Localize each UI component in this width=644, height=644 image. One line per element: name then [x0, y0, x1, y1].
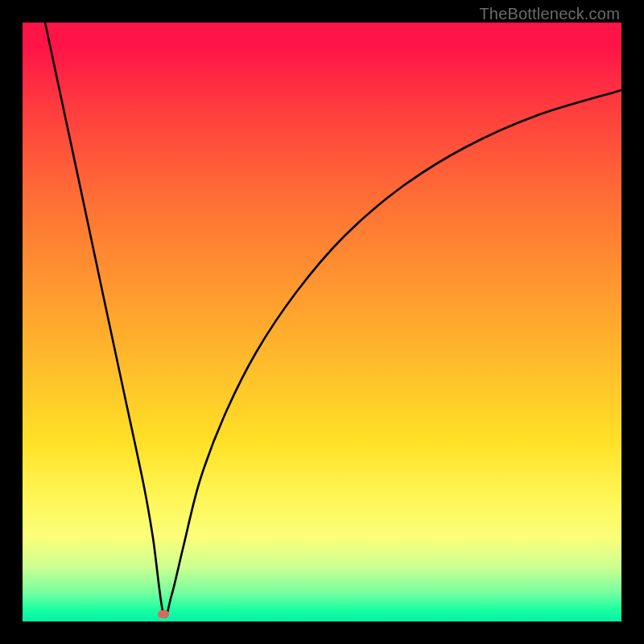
optimal-marker	[158, 610, 169, 618]
bottleneck-curve	[23, 23, 621, 621]
watermark-text: TheBottleneck.com	[479, 5, 620, 23]
chart-frame: TheBottleneck.com	[0, 0, 644, 644]
